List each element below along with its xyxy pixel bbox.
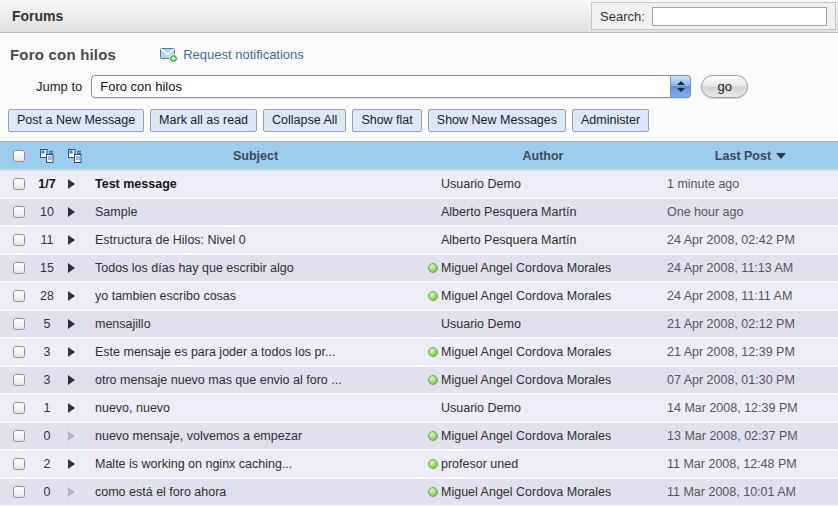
expand-triangle-icon[interactable] <box>68 347 75 357</box>
author-cell: Miguel Angel Cordova Morales <box>423 429 663 443</box>
author-name[interactable]: Miguel Angel Cordova Morales <box>441 345 611 359</box>
toolbar: Post a New Message Mark all as read Coll… <box>8 109 838 132</box>
jump-to-select[interactable]: Foro con hilos <box>91 75 691 98</box>
topbar: Forums Search: <box>0 0 838 33</box>
select-stepper-icon <box>670 75 691 98</box>
table-row: 5 mensajillo Usuario Demo 21 Apr 2008, 0… <box>0 309 838 337</box>
author-name[interactable]: Miguel Angel Cordova Morales <box>441 485 611 499</box>
expand-triangle-icon[interactable] <box>68 375 75 385</box>
administer-button[interactable]: Administer <box>572 109 649 132</box>
row-checkbox[interactable] <box>13 486 25 498</box>
thread-table-body: 1/7 Test message Usuario Demo 1 minute a… <box>0 169 838 505</box>
mark-all-read-button[interactable]: Mark all as read <box>150 109 257 132</box>
reply-count: 5 <box>32 317 62 331</box>
subject-link[interactable]: yo tambien escribo cosas <box>88 289 423 303</box>
author-cell: Miguel Angel Cordova Morales <box>423 261 663 275</box>
request-notifications-link[interactable]: Request notifications <box>160 47 304 62</box>
row-checkbox[interactable] <box>13 234 25 246</box>
table-row: 28 yo tambien escribo cosas Miguel Angel… <box>0 281 838 309</box>
subject-link[interactable]: Este mensaje es para joder a todos los p… <box>88 345 423 359</box>
reply-count: 3 <box>32 373 62 387</box>
table-row: 2 Malte is working on nginx caching... p… <box>0 449 838 477</box>
collapse-all-button[interactable]: Collapse All <box>263 109 346 132</box>
last-post: 11 Mar 2008, 12:48 PM <box>663 457 838 471</box>
author-cell: Usuario Demo <box>423 401 663 415</box>
author-name[interactable]: Alberto Pesquera Martín <box>441 233 577 247</box>
author-cell: Miguel Angel Cordova Morales <box>423 485 663 499</box>
author-name[interactable]: Alberto Pesquera Martín <box>441 205 577 219</box>
subject-link[interactable]: otro mensaje nuevo mas que envio al foro… <box>88 373 423 387</box>
author-cell: Miguel Angel Cordova Morales <box>423 373 663 387</box>
author-name[interactable]: Usuario Demo <box>441 401 521 415</box>
expand-triangle-icon[interactable] <box>68 291 75 301</box>
reply-count: 11 <box>32 233 62 247</box>
online-indicator <box>428 431 438 441</box>
select-all-checkbox[interactable] <box>13 150 25 162</box>
row-checkbox[interactable] <box>13 178 25 190</box>
row-checkbox[interactable] <box>13 402 25 414</box>
subject-column-header[interactable]: Subject <box>88 149 423 163</box>
last-post: 1 minute ago <box>663 177 838 191</box>
row-checkbox[interactable] <box>13 290 25 302</box>
author-name[interactable]: Miguel Angel Cordova Morales <box>441 429 611 443</box>
row-checkbox[interactable] <box>13 262 25 274</box>
reply-count: 3 <box>32 345 62 359</box>
sort-desc-icon <box>776 153 786 159</box>
subject-link[interactable]: como está el foro ahora <box>88 485 423 499</box>
expand-triangle-icon[interactable] <box>68 263 75 273</box>
row-checkbox[interactable] <box>13 318 25 330</box>
author-column-header[interactable]: Author <box>423 149 663 163</box>
subject-link[interactable]: Test message <box>88 177 423 191</box>
table-row: 0 nuevo mensaje, volvemos a empezar Migu… <box>0 421 838 449</box>
row-checkbox[interactable] <box>13 206 25 218</box>
expand-triangle-icon[interactable] <box>68 235 75 245</box>
subject-link[interactable]: Todos los días hay que escribir algo <box>88 261 423 275</box>
notification-envelope-icon <box>160 48 178 62</box>
last-post: 11 Mar 2008, 10:01 AM <box>663 485 838 499</box>
expand-triangle-icon[interactable] <box>68 403 75 413</box>
subject-link[interactable]: Malte is working on nginx caching... <box>88 457 423 471</box>
last-post-column-header[interactable]: Last Post <box>663 149 838 163</box>
author-name[interactable]: profesor uned <box>441 457 518 471</box>
expand-triangle-icon[interactable] <box>68 319 75 329</box>
online-indicator <box>428 487 438 497</box>
last-post: One hour ago <box>663 205 838 219</box>
reply-count: 15 <box>32 261 62 275</box>
subject-link[interactable]: mensajillo <box>88 317 423 331</box>
online-indicator <box>428 347 438 357</box>
expand-triangle-icon[interactable] <box>68 431 75 441</box>
subject-link[interactable]: nuevo, nuevo <box>88 401 423 415</box>
expand-triangle-icon[interactable] <box>68 179 75 189</box>
author-name[interactable]: Miguel Angel Cordova Morales <box>441 261 611 275</box>
expand-triangle-icon[interactable] <box>68 459 75 469</box>
row-checkbox[interactable] <box>13 430 25 442</box>
author-cell: Miguel Angel Cordova Morales <box>423 289 663 303</box>
subject-link[interactable]: Sample <box>88 205 423 219</box>
messages-count-icon[interactable] <box>32 149 62 163</box>
expand-triangle-icon[interactable] <box>68 487 75 497</box>
author-cell: Usuario Demo <box>423 317 663 331</box>
author-name[interactable]: Miguel Angel Cordova Morales <box>441 373 611 387</box>
last-post: 07 Apr 2008, 01:30 PM <box>663 373 838 387</box>
go-button[interactable]: go <box>701 75 748 98</box>
show-new-messages-button[interactable]: Show New Messages <box>428 109 566 132</box>
row-checkbox[interactable] <box>13 374 25 386</box>
post-new-message-button[interactable]: Post a New Message <box>8 109 144 132</box>
author-name[interactable]: Usuario Demo <box>441 317 521 331</box>
author-name[interactable]: Usuario Demo <box>441 177 521 191</box>
table-row: 11 Estructura de Hilos: Nivel 0 Alberto … <box>0 225 838 253</box>
expand-triangle-icon[interactable] <box>68 207 75 217</box>
reply-count: 2 <box>32 457 62 471</box>
author-name[interactable]: Miguel Angel Cordova Morales <box>441 289 611 303</box>
subject-link[interactable]: Estructura de Hilos: Nivel 0 <box>88 233 423 247</box>
row-checkbox[interactable] <box>13 458 25 470</box>
last-post: 24 Apr 2008, 11:11 AM <box>663 289 838 303</box>
search-input[interactable] <box>652 7 827 26</box>
author-cell: Usuario Demo <box>423 177 663 191</box>
subject-link[interactable]: nuevo mensaje, volvemos a empezar <box>88 429 423 443</box>
show-flat-button[interactable]: Show flat <box>352 109 421 132</box>
reply-count: 0 <box>32 485 62 499</box>
new-messages-icon[interactable] <box>62 149 88 163</box>
row-checkbox[interactable] <box>13 346 25 358</box>
search-label: Search: <box>600 9 645 24</box>
